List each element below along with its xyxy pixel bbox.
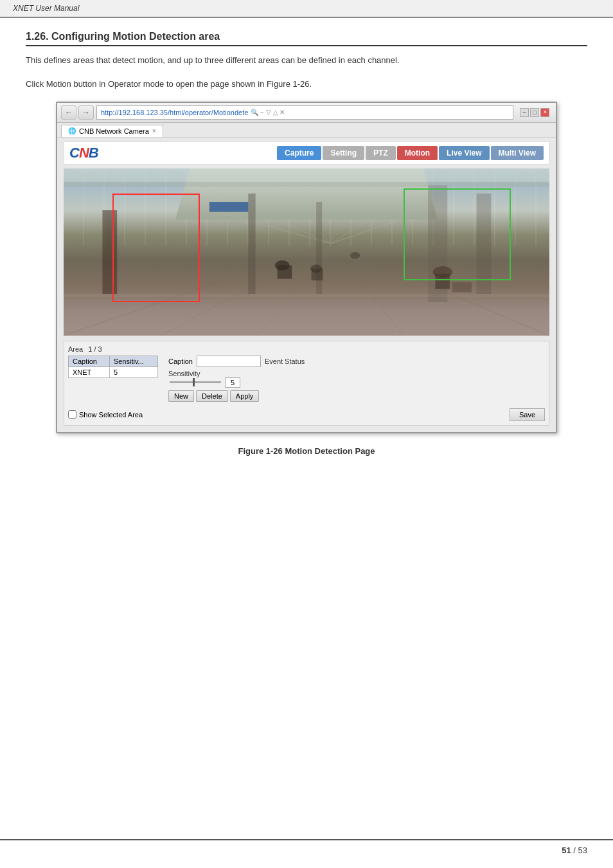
svg-rect-17	[278, 265, 292, 278]
controls-inner: Caption Sensitiv... XNET 5	[68, 356, 545, 402]
motion-box-green	[404, 188, 510, 280]
area-label: Area	[68, 345, 83, 353]
event-status-label: Event Status	[265, 357, 305, 365]
sensitivity-slider[interactable]	[170, 381, 221, 383]
slider-value-input[interactable]	[225, 377, 240, 388]
caption-row: Caption Event Status	[168, 356, 545, 367]
area-info-row: Area 1 / 3	[68, 345, 545, 353]
area-count: 1 / 3	[88, 345, 102, 353]
delete-button[interactable]: Delete	[196, 390, 228, 402]
slider-row	[168, 377, 545, 388]
svg-rect-25	[64, 181, 549, 186]
caption-input[interactable]	[197, 356, 261, 367]
browser-titlebar: ← → http://192.168.123.35/html/operator/…	[57, 103, 556, 123]
cnb-logo: CNB	[69, 145, 98, 161]
camera-ui: CNB Capture Setting PTZ Motion Live View…	[57, 138, 556, 432]
section-desc2: Click Motion button in Operator mode to …	[26, 78, 587, 91]
back-button[interactable]: ←	[61, 105, 76, 120]
tab-liveview[interactable]: Live View	[439, 146, 489, 160]
show-area-checkbox[interactable]	[68, 410, 76, 419]
browser-window: ← → http://192.168.123.35/html/operator/…	[56, 102, 557, 433]
caption-label: Caption	[168, 357, 193, 365]
show-area-label: Show Selected Area	[79, 411, 143, 419]
svg-rect-26	[209, 202, 248, 212]
tab-capture[interactable]: Capture	[277, 146, 321, 160]
manual-title: XNET User Manual	[13, 4, 79, 13]
motion-box-red	[112, 194, 200, 302]
browser-nav-buttons: ← →	[61, 105, 94, 120]
forward-button[interactable]: →	[78, 105, 94, 120]
figure-caption: Figure 1-26 Motion Detection Page	[26, 446, 587, 456]
section-title: 1.26. Configuring Motion Detection area	[26, 31, 587, 46]
tab-multiview[interactable]: Multi View	[491, 146, 544, 160]
apply-button[interactable]: Apply	[230, 390, 260, 402]
svg-rect-12	[248, 194, 255, 294]
area-table-container: Caption Sensitiv... XNET 5	[68, 356, 158, 402]
minimize-button[interactable]: –	[520, 108, 529, 117]
camera-header: CNB Capture Setting PTZ Motion Live View…	[64, 141, 549, 165]
right-panel: Caption Event Status Sensitivity	[158, 356, 545, 402]
controls-area: Area 1 / 3 Caption Sensitiv...	[64, 341, 549, 426]
bottom-row: Show Selected Area Save	[68, 406, 545, 421]
video-container	[64, 168, 549, 336]
tab-ptz[interactable]: PTZ	[366, 146, 396, 160]
svg-rect-19	[312, 269, 323, 280]
browser-tab-bar: 🌐 CNB Network Camera ×	[57, 123, 556, 138]
maximize-button[interactable]: □	[530, 108, 539, 117]
close-button[interactable]: ✕	[540, 108, 549, 117]
page-number: 51 / 53	[562, 845, 587, 855]
sensitivity-label-row: Sensitivity	[168, 370, 545, 377]
svg-rect-22	[452, 282, 472, 292]
row-sensitivity: 5	[109, 366, 157, 377]
svg-point-23	[350, 252, 360, 258]
action-buttons: New Delete Apply	[168, 390, 545, 402]
browser-tab[interactable]: 🌐 CNB Network Camera ×	[61, 125, 163, 137]
row-caption: XNET	[69, 366, 110, 377]
tab-motion[interactable]: Motion	[397, 146, 438, 160]
new-button[interactable]: New	[168, 390, 194, 402]
svg-line-9	[331, 244, 404, 336]
page-footer: 51 / 53	[0, 839, 613, 855]
manual-header: XNET User Manual	[0, 0, 613, 18]
save-button[interactable]: Save	[510, 408, 545, 421]
tab-close-icon[interactable]: ×	[152, 127, 156, 134]
address-bar[interactable]: http://192.168.123.35/html/operator/Moti…	[96, 105, 513, 120]
svg-rect-24	[64, 168, 549, 182]
col-caption: Caption	[69, 356, 110, 366]
table-row: XNET 5	[69, 366, 158, 377]
show-area-container: Show Selected Area	[68, 410, 143, 419]
airport-scene	[64, 168, 549, 336]
col-sensitivity: Sensitiv...	[109, 356, 157, 366]
window-controls: – □ ✕	[520, 108, 549, 117]
slider-thumb	[193, 378, 195, 386]
section-desc1: This defines areas that detect motion, a…	[26, 54, 587, 68]
area-table: Caption Sensitiv... XNET 5	[68, 356, 158, 378]
nav-tabs: Capture Setting PTZ Motion Live View Mul…	[277, 146, 544, 160]
tab-setting[interactable]: Setting	[323, 146, 364, 160]
